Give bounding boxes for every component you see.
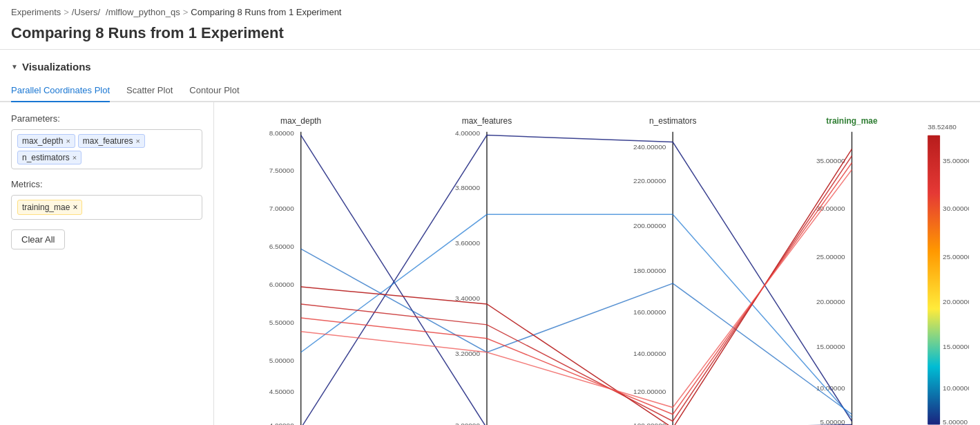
metrics-label: Metrics: (11, 179, 202, 189)
svg-text:max_depth: max_depth (280, 116, 321, 126)
svg-text:max_features: max_features (462, 116, 512, 126)
main-content: Parameters: max_depth × max_features × n… (0, 102, 980, 425)
svg-text:4.00000: 4.00000 (269, 422, 294, 425)
svg-text:5.00000: 5.00000 (943, 418, 968, 425)
svg-text:35.00000: 35.00000 (816, 157, 845, 164)
chart-area: max_depth max_features n_estimators trai… (214, 102, 980, 425)
parallel-chart: max_depth max_features n_estimators trai… (225, 111, 969, 425)
svg-text:120.00000: 120.00000 (633, 388, 666, 395)
svg-text:5.00000: 5.00000 (269, 357, 294, 364)
svg-text:15.00000: 15.00000 (816, 343, 845, 350)
tag-training-mae-remove[interactable]: × (73, 202, 77, 212)
tag-max-depth-label: max_depth (22, 136, 63, 146)
svg-text:4.00000: 4.00000 (455, 129, 480, 137)
parameters-tags: max_depth × max_features × n_estimators … (11, 129, 202, 169)
breadcrumb-sep3: > (183, 7, 189, 17)
svg-text:6.00000: 6.00000 (269, 281, 294, 288)
svg-text:25.00000: 25.00000 (943, 253, 969, 261)
svg-text:training_mae: training_mae (826, 116, 878, 126)
svg-text:10.00000: 10.00000 (943, 384, 969, 392)
svg-text:25.00000: 25.00000 (816, 253, 845, 261)
svg-text:5.50000: 5.50000 (269, 319, 294, 326)
svg-text:220.00000: 220.00000 (633, 177, 666, 185)
breadcrumb-experiment[interactable]: /mlflow_python_qs (106, 7, 180, 17)
svg-text:38.52480: 38.52480 (928, 123, 957, 131)
svg-text:7.00000: 7.00000 (269, 205, 294, 212)
tabs-bar: Parallel Coordinates Plot Scatter Plot C… (0, 81, 980, 102)
svg-text:7.50000: 7.50000 (269, 167, 294, 174)
svg-text:8.00000: 8.00000 (269, 129, 294, 137)
svg-text:3.80000: 3.80000 (455, 184, 480, 191)
svg-text:20.00000: 20.00000 (816, 298, 845, 305)
svg-text:3.60000: 3.60000 (455, 239, 480, 247)
svg-text:180.00000: 180.00000 (633, 267, 666, 274)
breadcrumb-experiments[interactable]: Experiments (11, 7, 61, 17)
tag-max-features-label: max_features (83, 136, 133, 146)
tag-max-depth: max_depth × (17, 134, 75, 148)
svg-text:35.00000: 35.00000 (943, 157, 969, 164)
svg-text:200.00000: 200.00000 (633, 222, 666, 229)
svg-text:n_estimators: n_estimators (649, 116, 696, 126)
tab-parallel[interactable]: Parallel Coordinates Plot (11, 81, 110, 102)
tag-training-mae-label: training_mae (22, 202, 70, 212)
tag-n-estimators-remove[interactable]: × (73, 153, 77, 162)
tag-n-estimators: n_estimators × (17, 151, 81, 164)
svg-text:5.00000: 5.00000 (820, 418, 845, 425)
breadcrumb-current: Comparing 8 Runs from 1 Experiment (191, 7, 341, 17)
tag-training-mae: training_mae × (17, 200, 82, 215)
svg-rect-42 (928, 135, 940, 425)
divider (0, 49, 980, 50)
left-panel: Parameters: max_depth × max_features × n… (0, 102, 214, 425)
breadcrumb-sep1: > (64, 7, 69, 17)
tag-max-features-remove[interactable]: × (136, 137, 140, 145)
svg-text:100.00000: 100.00000 (633, 422, 666, 425)
metrics-tags: training_mae × (11, 195, 202, 220)
tab-contour[interactable]: Contour Plot (189, 81, 239, 102)
svg-text:15.00000: 15.00000 (943, 343, 969, 350)
visualizations-section-header[interactable]: ▼ Visualizations (0, 61, 980, 81)
tag-n-estimators-label: n_estimators (22, 153, 70, 162)
parameters-label: Parameters: (11, 113, 202, 124)
clear-all-button[interactable]: Clear All (11, 229, 65, 249)
chart-svg: max_depth max_features n_estimators trai… (225, 111, 969, 425)
svg-text:240.00000: 240.00000 (633, 143, 666, 151)
svg-text:160.00000: 160.00000 (633, 308, 666, 316)
svg-text:140.00000: 140.00000 (633, 350, 666, 357)
tab-scatter[interactable]: Scatter Plot (126, 81, 173, 102)
svg-text:4.50000: 4.50000 (269, 388, 294, 395)
svg-text:20.00000: 20.00000 (943, 298, 969, 305)
svg-text:30.00000: 30.00000 (943, 205, 969, 212)
visualizations-label: Visualizations (22, 61, 91, 73)
breadcrumb-users[interactable]: /Users/ (72, 7, 100, 17)
page-title: Comparing 8 Runs from 1 Experiment (0, 21, 980, 49)
svg-text:3.40000: 3.40000 (455, 294, 480, 302)
breadcrumb: Experiments > /Users/ /mlflow_python_qs … (0, 0, 980, 21)
chevron-icon: ▼ (11, 63, 18, 70)
tag-max-depth-remove[interactable]: × (66, 137, 70, 145)
svg-text:3.00000: 3.00000 (455, 422, 480, 425)
svg-text:6.50000: 6.50000 (269, 243, 294, 250)
tag-max-features: max_features × (78, 134, 145, 148)
